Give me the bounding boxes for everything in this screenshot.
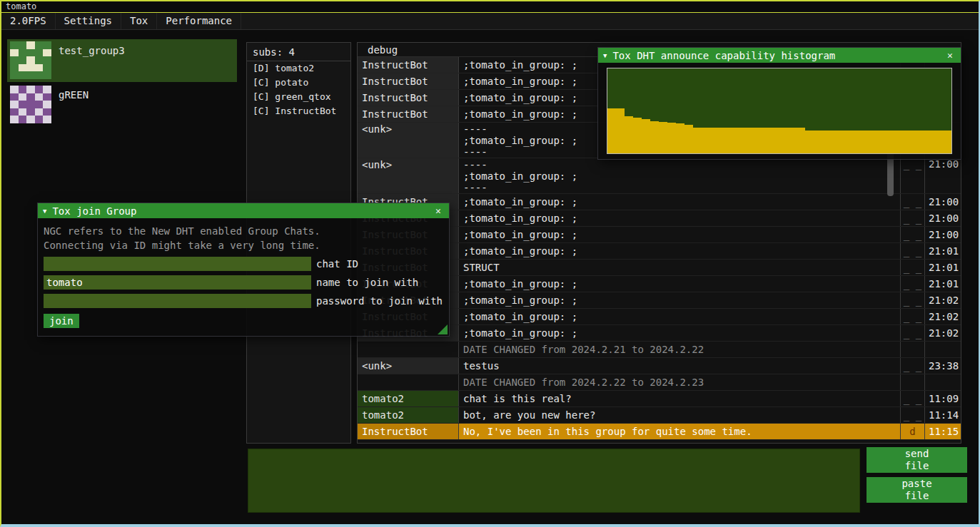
histogram-bar	[719, 128, 728, 153]
time-cell: 21:00	[925, 210, 961, 226]
join-name-input[interactable]	[44, 275, 311, 290]
flags-cell: d	[901, 424, 925, 439]
histogram-bar	[625, 116, 633, 153]
group-name: gREEN	[59, 89, 89, 101]
name-cell: InstructBot	[358, 106, 459, 122]
chat-row[interactable]: tomato2chat is this real?_ _11:09	[358, 391, 961, 407]
menu-item-tox[interactable]: Tox	[121, 13, 157, 29]
subs-list-item[interactable]: [D] tomato2	[247, 61, 350, 76]
time-cell: 21:01	[925, 276, 961, 292]
name-cell: InstructBot	[358, 90, 459, 106]
message-cell: ;tomato_in_group: ;	[459, 309, 901, 324]
paste-file-button[interactable]: paste file	[867, 477, 967, 503]
join-password-input[interactable]	[44, 294, 311, 308]
menu-item-performance[interactable]: Performance	[157, 13, 241, 29]
flags-cell: _ _	[901, 292, 925, 308]
menu-bar: 2.0FPS SettingsToxPerformance	[1, 13, 979, 30]
histogram-bar	[934, 131, 943, 153]
time-cell: 21:00	[925, 194, 961, 210]
time-cell: 11:15	[925, 424, 961, 439]
message-cell: chat is this real?	[459, 391, 901, 406]
chat-row[interactable]: <unk>testus_ _23:38	[358, 358, 961, 374]
flags-cell: _ _	[901, 194, 925, 210]
histogram-bar	[831, 131, 839, 153]
group-list: test_group3gREEN	[7, 39, 237, 128]
message-cell: ;tomato_in_group: ;	[459, 276, 901, 292]
histogram-bar	[788, 128, 797, 153]
histogram-bar	[745, 128, 754, 153]
join-group-window: ▼ Tox join Group ✕ NGC refers to the New…	[37, 203, 450, 337]
time-cell: 21:01	[925, 260, 961, 275]
group-item-test_group3[interactable]: test_group3	[7, 39, 237, 82]
chat-row[interactable]: InstructBotNo, I've been in this group f…	[358, 424, 961, 440]
histogram-bar	[848, 131, 857, 153]
message-cell: ;tomato_in_group: ;	[459, 210, 901, 226]
collapse-icon[interactable]: ▼	[43, 208, 46, 215]
histogram-window: ▼ Tox DHT announce capability histogram …	[597, 47, 961, 160]
group-avatar	[10, 86, 51, 123]
chat-row[interactable]: tomato2bot, are you new here?_ _11:14	[358, 407, 961, 424]
histogram-bar	[702, 128, 711, 153]
histogram-window-titlebar[interactable]: ▼ Tox DHT announce capability histogram …	[598, 48, 961, 63]
time-cell: 21:00	[925, 158, 961, 193]
name-cell: InstructBot	[358, 57, 459, 73]
name-cell: <unk>	[358, 123, 459, 158]
join-window-titlebar[interactable]: ▼ Tox join Group ✕	[38, 203, 449, 218]
histogram-bar	[822, 131, 831, 153]
histogram-bar	[900, 131, 909, 153]
group-avatar	[10, 41, 51, 79]
collapse-icon[interactable]: ▼	[603, 52, 607, 59]
histogram-bar	[633, 118, 642, 153]
title-bar[interactable]: tomato	[1, 1, 979, 13]
histogram-bar	[693, 128, 702, 153]
message-cell: No, I've been in this group for quite so…	[459, 424, 901, 439]
chat-id-input[interactable]	[44, 257, 311, 271]
join-field-row: password to join with	[44, 294, 443, 308]
histogram-bar	[909, 131, 917, 153]
message-cell: ;tomato_in_group: ;	[459, 227, 901, 242]
histogram-bar	[642, 119, 650, 153]
input-label: name to join with	[316, 277, 418, 288]
histogram-bar	[771, 128, 779, 153]
message-cell: DATE CHANGED from 2024.2.22 to 2024.2.23	[459, 374, 901, 390]
flags-cell: _ _	[901, 407, 925, 423]
name-cell: InstructBot	[358, 73, 459, 89]
join-info-text: NGC refers to the New DHT enabled Group …	[44, 224, 443, 238]
join-field-row: name to join with	[44, 275, 443, 290]
message-input[interactable]	[248, 449, 860, 513]
name-cell: <unk>	[358, 358, 459, 374]
time-cell: 21:02	[925, 309, 961, 324]
flags-cell: _ _	[901, 260, 925, 275]
menu-item-settings[interactable]: Settings	[56, 13, 121, 29]
time-cell: 21:00	[925, 227, 961, 242]
join-button[interactable]: join	[44, 314, 79, 328]
message-cell: ---- ;tomato_in_group: ; ----	[459, 158, 901, 193]
histogram-bar	[667, 123, 676, 153]
flags-cell	[901, 374, 925, 390]
histogram-bar	[607, 108, 616, 153]
subs-list-item[interactable]: [C] green_qtox	[247, 90, 350, 104]
subs-list-item[interactable]: [C] potato	[247, 76, 350, 90]
close-icon[interactable]: ✕	[433, 205, 444, 216]
histogram-bar	[797, 128, 805, 153]
group-item-gREEN[interactable]: gREEN	[7, 83, 237, 126]
message-cell: ;tomato_in_group: ;	[459, 325, 901, 341]
flags-cell	[901, 342, 925, 357]
time-cell: 21:02	[925, 292, 961, 308]
input-label: chat ID	[316, 258, 358, 270]
flags-cell: _ _	[901, 158, 925, 193]
join-window-body: NGC refers to the New DHT enabled Group …	[38, 218, 449, 334]
send-file-button[interactable]: send file	[867, 447, 967, 473]
subs-list-item[interactable]: [C] InstructBot	[247, 104, 350, 118]
name-cell	[358, 342, 459, 357]
close-icon[interactable]: ✕	[944, 50, 956, 61]
name-cell: InstructBot	[358, 424, 459, 439]
chat-row[interactable]: <unk>---- ;tomato_in_group: ; ----_ _21:…	[358, 158, 961, 194]
input-label: password to join with	[316, 295, 443, 307]
histogram-bar	[883, 131, 891, 153]
menu-items: SettingsToxPerformance	[56, 13, 241, 29]
window-title: tomato	[6, 1, 36, 11]
resize-grip[interactable]	[438, 324, 448, 334]
chat-row-date-separator: DATE CHANGED from 2024.2.22 to 2024.2.23	[358, 374, 961, 391]
histogram-bar	[616, 108, 625, 153]
